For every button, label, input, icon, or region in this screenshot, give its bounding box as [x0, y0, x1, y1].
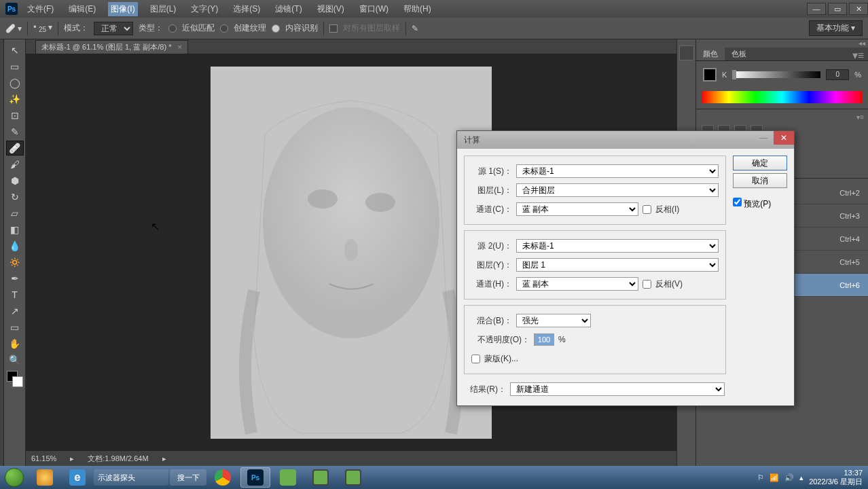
menu-file[interactable]: 文件(F): [24, 2, 56, 16]
k-slider[interactable]: [732, 71, 820, 78]
blend-select[interactable]: 强光: [516, 314, 591, 327]
invert1-check[interactable]: [643, 205, 651, 214]
window-close[interactable]: ✕: [849, 3, 868, 15]
menu-window[interactable]: 窗口(W): [357, 2, 391, 16]
path-tool[interactable]: ↗: [6, 304, 24, 319]
pressure-icon[interactable]: ✎: [412, 24, 418, 33]
panel-collapse-icon[interactable]: ◂◂: [696, 39, 868, 48]
taskbar-app-3[interactable]: [338, 467, 368, 488]
brush-tool[interactable]: 🖌: [6, 157, 24, 172]
taskbar-apps-icon[interactable]: [30, 467, 60, 488]
menu-edit[interactable]: 编辑(E): [66, 2, 98, 16]
source1-select[interactable]: 未标题-1: [516, 164, 719, 178]
workspace-selector[interactable]: 基本功能 ▾: [809, 20, 863, 36]
sample-all-check[interactable]: [329, 24, 338, 33]
taskbar-clock[interactable]: 13:37 2022/3/6 星期日: [809, 469, 863, 486]
type-opt-2: 内容识别: [285, 22, 318, 34]
lasso-tool[interactable]: ◯: [6, 75, 24, 90]
menu-help[interactable]: 帮助(H): [401, 2, 434, 16]
shape-tool[interactable]: ▭: [6, 320, 24, 335]
type-radio-content[interactable]: [272, 24, 280, 33]
history-brush-tool[interactable]: ↻: [6, 189, 24, 204]
stamp-tool[interactable]: ⬢: [6, 173, 24, 188]
tool-icon[interactable]: 🩹 ▾: [5, 24, 22, 33]
healing-tool[interactable]: 🩹: [6, 141, 24, 156]
eraser-tool[interactable]: ▱: [6, 206, 24, 221]
dialog-close[interactable]: ✕: [774, 131, 794, 145]
invert2-check[interactable]: [643, 280, 651, 289]
document-tab-close[interactable]: ×: [178, 43, 182, 51]
swatches-tab[interactable]: 色板: [725, 48, 753, 60]
result-label: 结果(R)：: [465, 384, 506, 395]
taskbar-search-btn[interactable]: 搜一下: [170, 469, 206, 486]
taskbar-app-1[interactable]: [273, 467, 303, 488]
wand-tool[interactable]: ✨: [6, 92, 24, 107]
tray-volume-icon[interactable]: 🔊: [784, 473, 794, 482]
tray-network-icon[interactable]: 📶: [770, 473, 779, 482]
menu-layer[interactable]: 图层(L): [147, 2, 179, 16]
channel1-select[interactable]: 蓝 副本: [516, 202, 638, 216]
dodge-tool[interactable]: 🔅: [6, 255, 24, 270]
opacity-input[interactable]: [534, 333, 554, 346]
preview-check[interactable]: [733, 198, 742, 206]
type-label: 类型：: [139, 22, 163, 34]
doc-size-arrow-icon[interactable]: ▸: [162, 454, 166, 463]
color-tab[interactable]: 颜色: [696, 48, 725, 60]
ok-button[interactable]: 确定: [733, 156, 787, 170]
move-tool[interactable]: ↖: [6, 43, 24, 58]
channel2-label: 通道(H)：: [471, 278, 512, 290]
k-unit: %: [854, 71, 861, 79]
hand-tool[interactable]: ✋: [6, 336, 24, 351]
zoom-tool[interactable]: 🔍: [6, 352, 24, 367]
channel2-select[interactable]: 蓝 副本: [516, 277, 638, 291]
taskbar-photoshop[interactable]: Ps: [240, 467, 270, 488]
marquee-tool[interactable]: ▭: [6, 59, 24, 74]
result-select[interactable]: 新建通道: [510, 382, 725, 396]
document-tab[interactable]: 未标题-1 @ 61.1% (图层 1, 蓝 副本/8) * ×: [35, 40, 188, 54]
panel-menu-icon-2[interactable]: ▾≡: [852, 112, 868, 122]
k-value[interactable]: 0: [826, 69, 849, 80]
taskbar-app-2[interactable]: [306, 467, 336, 488]
dialog-minimize[interactable]: —: [753, 131, 774, 145]
type-radio-texture[interactable]: [220, 24, 228, 33]
svg-point-1: [263, 107, 439, 338]
opacity-unit: %: [558, 335, 566, 344]
tray-expand-icon[interactable]: ▴: [799, 473, 803, 482]
menu-view[interactable]: 视图(V): [314, 2, 347, 16]
brush-preset[interactable]: • 25 ▾: [33, 22, 52, 33]
start-button[interactable]: [0, 466, 29, 489]
mask-check[interactable]: [471, 355, 480, 363]
collapsed-panel-icon[interactable]: [679, 46, 694, 60]
color-swatch[interactable]: [703, 68, 717, 82]
taskbar-chrome[interactable]: [208, 467, 238, 488]
zoom-arrow-icon[interactable]: ▸: [70, 454, 74, 463]
mode-select[interactable]: 正常: [94, 22, 133, 35]
taskbar-ie[interactable]: e: [62, 467, 92, 488]
menu-image[interactable]: 图像(I): [108, 2, 137, 16]
window-minimize[interactable]: —: [807, 3, 826, 15]
window-maximize[interactable]: ▭: [828, 3, 847, 15]
taskbar-search-box[interactable]: 示波器探头: [94, 469, 168, 486]
calculations-dialog: 计算 — ✕ 源 1(S)： 未标题-1 图层(L)： 合并图层 通道(C)： …: [456, 130, 795, 406]
crop-tool[interactable]: ⊡: [6, 108, 24, 123]
eyedropper-tool[interactable]: ✎: [6, 124, 24, 139]
layer2-select[interactable]: 图层 1: [516, 258, 719, 272]
background-swatch[interactable]: [12, 376, 23, 387]
type-radio-proximity[interactable]: [168, 24, 177, 33]
menu-text[interactable]: 文字(Y): [188, 2, 221, 16]
source2-select[interactable]: 未标题-1: [516, 239, 719, 253]
svg-point-2: [308, 189, 338, 209]
panel-menu-icon[interactable]: ▾≡: [848, 48, 868, 60]
pen-tool[interactable]: ✒: [6, 271, 24, 286]
gradient-tool[interactable]: ◧: [6, 222, 24, 237]
dialog-title-bar[interactable]: 计算 — ✕: [457, 131, 794, 149]
blur-tool[interactable]: 💧: [6, 238, 24, 253]
tray-flag-icon[interactable]: ⚐: [757, 473, 764, 482]
zoom-level[interactable]: 61.15%: [31, 454, 56, 463]
cancel-button[interactable]: 取消: [733, 173, 787, 188]
menu-filter[interactable]: 滤镜(T): [272, 2, 304, 16]
type-tool[interactable]: T: [6, 287, 24, 302]
layer1-select[interactable]: 合并图层: [516, 183, 719, 197]
menu-select[interactable]: 选择(S): [230, 2, 263, 16]
color-spectrum[interactable]: [702, 91, 863, 103]
